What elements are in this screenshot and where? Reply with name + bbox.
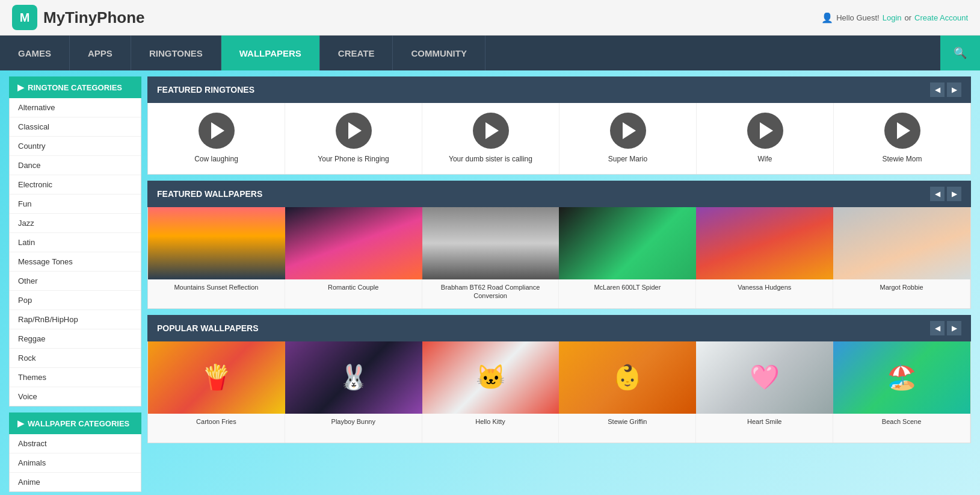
wallpaper-thumb-5 [696,207,833,279]
popular-name-3: Hello Kitty [422,414,559,443]
ringtone-cat-alternative[interactable]: Alternative [10,98,141,117]
ringtone-cat-other[interactable]: Other [10,272,141,291]
ringtone-cat-jazz[interactable]: Jazz [10,214,141,233]
wallpaper-name-2: Romantic Couple [285,279,422,308]
ringtone-name-2: Your Phone is Ringing [291,155,416,164]
play-button-2[interactable] [336,113,372,149]
wallpaper-arrow-icon: ▶ [17,419,24,428]
ringtone-section-label: RINGTONE CATEGORIES [28,83,122,92]
ringtone-name-1: Cow laughing [154,155,279,164]
nav-item-apps[interactable]: APPS [70,36,131,70]
nav-item-ringtones[interactable]: RINGTONES [131,36,221,70]
nav-item-games[interactable]: GAMES [0,36,70,70]
ringtone-item[interactable]: Super Mario [559,103,697,174]
wallpaper-item-4[interactable]: McLaren 600LT Spider [559,207,696,308]
sidebar: ▶ RINGTONE CATEGORIES Alternative Classi… [9,76,141,495]
ringtone-categories-list: Alternative Classical Country Dance Elec… [9,98,141,406]
wallpaper-name-3: Brabham BT62 Road Compliance Conversion [422,279,559,308]
wallpapers-prev-button[interactable]: ◀ [930,187,945,201]
login-link[interactable]: Login [883,13,902,22]
wallpapers-next-button[interactable]: ▶ [947,187,961,201]
play-button-6[interactable] [884,113,920,149]
wallpaper-item-5[interactable]: Vanessa Hudgens [696,207,833,308]
popular-name-1: Cartoon Fries [148,414,285,443]
popular-wallpapers-nav-buttons: ◀ ▶ [930,321,961,335]
ringtone-cat-fun[interactable]: Fun [10,195,141,214]
wallpaper-item-3[interactable]: Brabham BT62 Road Compliance Conversion [422,207,559,308]
popular-wallpapers-prev-button[interactable]: ◀ [930,321,945,335]
wallpaper-item-2[interactable]: Romantic Couple [285,207,422,308]
ringtone-cat-classical[interactable]: Classical [10,117,141,137]
ringtone-name-4: Super Mario [566,155,690,164]
wallpapers-nav-buttons: ◀ ▶ [930,187,961,201]
ringtone-cat-message-tones[interactable]: Message Tones [10,252,141,272]
featured-ringtones-label: FEATURED RINGTONES [157,85,254,95]
ringtone-cat-pop[interactable]: Pop [10,291,141,310]
greeting-text: Hello Guest! [836,13,880,22]
content-area: FEATURED RINGTONES ◀ ▶ Cow laughing Your… [147,76,971,495]
wallpaper-cat-abstract[interactable]: Abstract [10,434,141,453]
ringtones-grid: Cow laughing Your Phone is Ringing Your … [147,103,971,175]
play-triangle-4 [623,122,636,139]
ringtone-cat-dance[interactable]: Dance [10,156,141,175]
ringtone-item[interactable]: Wife [697,103,834,174]
ringtone-item[interactable]: Cow laughing [148,103,285,174]
wallpaper-item-1[interactable]: Mountains Sunset Reflection [148,207,285,308]
nav-item-wallpapers[interactable]: WALLPAPERS [221,36,320,70]
ringtone-cat-country[interactable]: Country [10,137,141,156]
user-area: 👤 Hello Guest! Login or Create Account [821,12,968,23]
nav-item-community[interactable]: COMMUNITY [393,36,485,70]
ringtone-cat-latin[interactable]: Latin [10,233,141,252]
wallpaper-cat-anime[interactable]: Anime [10,473,141,491]
featured-wallpapers-label: FEATURED WALLPAPERS [157,189,262,199]
play-button-3[interactable] [473,113,509,149]
popular-name-2: Playboy Bunny [285,414,422,443]
popular-wallpaper-item-6[interactable]: 🏖️ Beach Scene [833,341,970,443]
popular-icon-1: 🍟 [202,363,232,391]
ringtone-item[interactable]: Stewie Mom [834,103,970,174]
popular-wallpaper-item-4[interactable]: 👶 Stewie Griffin [559,341,696,443]
wallpapers-grid: Mountains Sunset Reflection Romantic Cou… [147,207,971,309]
or-text: or [905,13,912,22]
wallpaper-thumb-1 [148,207,285,279]
popular-name-6: Beach Scene [833,414,970,443]
popular-wallpapers-next-button[interactable]: ▶ [947,321,961,335]
popular-wallpaper-item-1[interactable]: 🍟 Cartoon Fries [148,341,285,443]
popular-icon-3: 🐱 [476,363,506,391]
ringtone-item[interactable]: Your dumb sister is calling [422,103,559,174]
popular-thumb-4: 👶 [559,341,696,414]
play-triangle-3 [485,122,499,139]
ringtone-cat-rap[interactable]: Rap/RnB/HipHop [10,310,141,329]
popular-icon-2: 🐰 [339,363,369,391]
header: M MyTinyPhone 👤 Hello Guest! Login or Cr… [0,0,980,36]
popular-wallpaper-item-5[interactable]: 🩷 Heart Smile [696,341,833,443]
popular-thumb-3: 🐱 [422,341,559,414]
ringtone-cat-themes[interactable]: Themes [10,368,141,387]
wallpaper-item-6[interactable]: Margot Robbie [833,207,970,308]
featured-wallpapers-header: FEATURED WALLPAPERS ◀ ▶ [147,181,971,207]
popular-wallpapers-header: POPULAR WALLPAPERS ◀ ▶ [147,315,971,341]
popular-wallpaper-item-3[interactable]: 🐱 Hello Kitty [422,341,559,443]
nav-item-create[interactable]: CREATE [320,36,393,70]
play-button-4[interactable] [610,113,646,149]
popular-name-4: Stewie Griffin [559,414,696,443]
play-button-1[interactable] [199,113,235,149]
ringtone-cat-rock[interactable]: Rock [10,349,141,368]
search-button[interactable]: 🔍 [940,36,980,70]
popular-wallpaper-item-2[interactable]: 🐰 Playboy Bunny [285,341,422,443]
popular-wallpapers-section: POPULAR WALLPAPERS ◀ ▶ 🍟 Cartoon Fries 🐰 [147,315,971,443]
ringtones-next-button[interactable]: ▶ [947,82,961,97]
play-button-5[interactable] [747,113,783,149]
popular-icon-6: 🏖️ [887,363,917,391]
play-triangle-5 [760,122,773,139]
create-account-link[interactable]: Create Account [914,13,968,22]
ringtone-cat-electronic[interactable]: Electronic [10,175,141,195]
ringtone-item[interactable]: Your Phone is Ringing [285,103,422,174]
ringtones-prev-button[interactable]: ◀ [930,82,945,97]
main-layout: ▶ RINGTONE CATEGORIES Alternative Classi… [0,70,980,495]
ringtone-name-3: Your dumb sister is calling [428,155,553,164]
user-icon: 👤 [821,12,833,23]
ringtone-cat-voice[interactable]: Voice [10,387,141,406]
wallpaper-cat-animals[interactable]: Animals [10,453,141,473]
ringtone-cat-reggae[interactable]: Reggae [10,329,141,349]
